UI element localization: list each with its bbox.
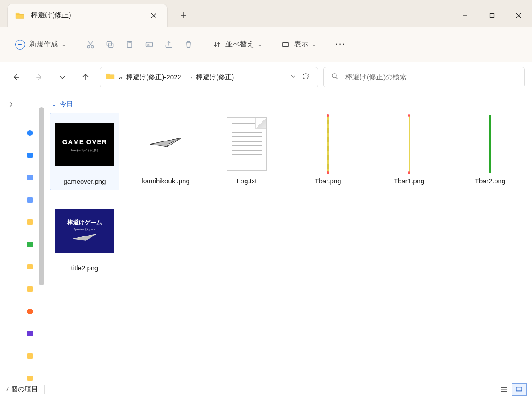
thumbnail (131, 113, 201, 175)
back-button[interactable] (7, 68, 25, 86)
group-label: 今日 (60, 100, 73, 108)
tab-title: 棒避け(修正) (31, 11, 147, 20)
toolbar-separator (76, 37, 76, 53)
status-separator (44, 385, 45, 394)
thumb-text: 棒避けゲーム (67, 219, 102, 227)
toolbar-separator (203, 37, 203, 53)
file-name: Tbar2.png (475, 175, 505, 189)
breadcrumb-seg[interactable]: 棒避け(修正) (196, 73, 234, 82)
svg-point-1 (87, 45, 90, 48)
window-tab[interactable]: 棒避け(修正) (7, 4, 168, 27)
refresh-button[interactable] (299, 72, 312, 82)
thumb-subtext: Enterキーでタイトルに戻る (71, 149, 98, 152)
status-item-count: 7 個の項目 (5, 385, 38, 393)
file-item-log[interactable]: Log.txt (212, 113, 282, 190)
breadcrumb-seg[interactable]: 棒避け(修正)-2022... (126, 73, 187, 82)
address-history-button[interactable] (287, 73, 299, 81)
nav-pane-toggle[interactable] (4, 97, 18, 112)
breadcrumb: « 棒避け(修正)-2022... › 棒避け(修正) (119, 73, 287, 82)
file-name: Tbar1.png (394, 175, 424, 189)
titlebar: 棒避け(修正) (0, 0, 532, 27)
thumbnail: GAME OVER Enterキーでタイトルに戻る (50, 113, 119, 176)
chevron-right-icon: › (190, 74, 192, 81)
search-icon (331, 72, 339, 82)
close-window-button[interactable] (505, 4, 532, 27)
close-tab-button[interactable] (147, 9, 160, 22)
file-item-tbar1[interactable]: Tbar1.png (374, 113, 444, 190)
svg-rect-8 (282, 42, 289, 46)
new-button-label: 新規作成 (29, 40, 58, 49)
file-name: title2.png (71, 262, 98, 276)
file-grid: GAME OVER Enterキーでタイトルに戻る gameover.png k… (50, 113, 528, 276)
copy-button[interactable] (100, 36, 120, 54)
nav-scrollbar[interactable] (37, 92, 45, 381)
search-input[interactable] (345, 73, 517, 81)
thumbnail (212, 113, 282, 175)
svg-point-9 (332, 74, 336, 78)
thumbnails-view-button[interactable] (512, 383, 527, 396)
details-view-button[interactable] (496, 383, 512, 396)
chevron-down-icon: ⌄ (258, 41, 262, 48)
view-button-label: 表示 (294, 40, 308, 49)
svg-marker-14 (73, 234, 96, 240)
svg-marker-11 (150, 138, 181, 147)
toolbar: + 新規作成 ⌄ 並べ替え ⌄ 表示 ⌄ ··· (0, 27, 532, 62)
thumbnail (455, 113, 525, 175)
group-header-today[interactable]: ⌄ 今日 (52, 100, 528, 108)
thumbnail (374, 113, 444, 175)
recent-locations-button[interactable] (53, 68, 71, 86)
thumbnail: 棒避けゲーム Spaceキーでスタート (50, 200, 119, 262)
paste-button[interactable] (120, 36, 139, 54)
file-name: kamihikouki.png (142, 175, 190, 189)
breadcrumb-prefix: « (119, 74, 123, 81)
navigation-row: « 棒避け(修正)-2022... › 棒避け(修正) (0, 62, 532, 92)
address-bar[interactable]: « 棒避け(修正)-2022... › 棒避け(修正) (100, 67, 318, 87)
svg-rect-0 (490, 14, 494, 18)
up-button[interactable] (77, 68, 94, 86)
chevron-down-icon: ⌄ (61, 41, 66, 48)
file-name: Tbar.png (315, 175, 341, 189)
folder-icon (106, 73, 115, 82)
svg-rect-3 (109, 43, 113, 47)
nav-pane-collapsed (0, 92, 22, 381)
window-controls (452, 4, 532, 27)
new-tab-button[interactable] (175, 6, 192, 24)
svg-rect-15 (516, 387, 522, 390)
view-button[interactable]: 表示 ⌄ (276, 36, 322, 54)
svg-point-2 (91, 45, 94, 48)
cut-button[interactable] (81, 36, 100, 54)
minimize-button[interactable] (452, 4, 479, 27)
plus-circle-icon: + (15, 40, 25, 50)
more-button[interactable]: ··· (331, 36, 350, 54)
file-name: Log.txt (237, 175, 257, 189)
search-box[interactable] (323, 67, 525, 87)
forward-button[interactable] (30, 68, 48, 86)
delete-button[interactable] (179, 36, 198, 54)
new-button[interactable]: + 新規作成 ⌄ (10, 36, 71, 54)
file-name: gameover.png (63, 176, 106, 190)
chevron-down-icon: ⌄ (312, 41, 316, 48)
sort-button-label: 並べ替え (225, 40, 254, 49)
main-area: ⌄ 今日 GAME OVER Enterキーでタイトルに戻る gameover.… (0, 92, 532, 381)
file-item-title2[interactable]: 棒避けゲーム Spaceキーでスタート title2.png (50, 200, 119, 276)
share-button[interactable] (159, 36, 179, 54)
maximize-button[interactable] (479, 4, 505, 27)
chevron-down-icon: ⌄ (52, 101, 56, 108)
folder-icon (15, 11, 25, 21)
file-item-tbar2[interactable]: Tbar2.png (455, 113, 525, 190)
status-bar: 7 個の項目 (0, 381, 532, 397)
sort-button[interactable]: 並べ替え ⌄ (208, 36, 267, 54)
file-item-gameover[interactable]: GAME OVER Enterキーでタイトルに戻る gameover.png (50, 113, 119, 190)
thumbnail (293, 113, 363, 175)
file-list: ⌄ 今日 GAME OVER Enterキーでタイトルに戻る gameover.… (45, 92, 532, 381)
thumb-subtext: Spaceキーでスタート (74, 228, 95, 231)
file-item-kamihikouki[interactable]: kamihikouki.png (131, 113, 201, 190)
thumb-text: GAME OVER (62, 138, 107, 145)
svg-rect-7 (146, 42, 153, 47)
svg-rect-4 (107, 41, 111, 46)
rename-button[interactable] (139, 36, 159, 54)
nav-peek-strip (22, 92, 37, 381)
file-item-tbar[interactable]: Tbar.png (293, 113, 363, 190)
